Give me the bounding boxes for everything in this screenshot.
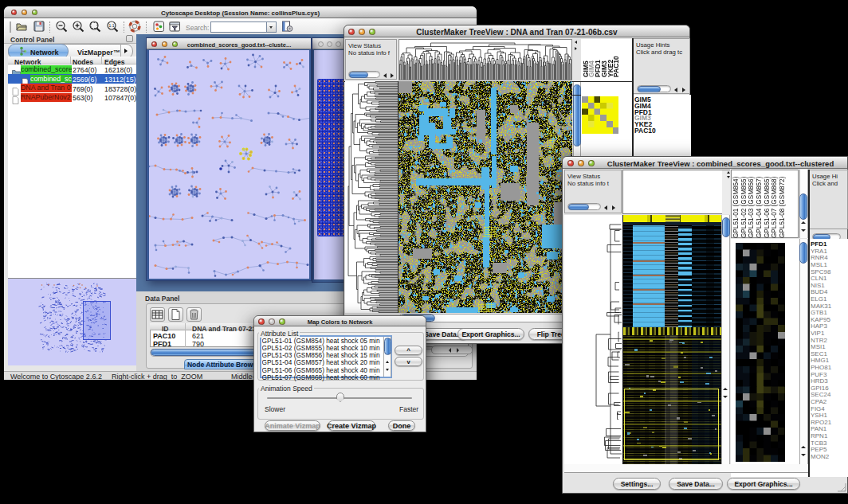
svg-text:1:1: 1:1 <box>109 23 115 28</box>
